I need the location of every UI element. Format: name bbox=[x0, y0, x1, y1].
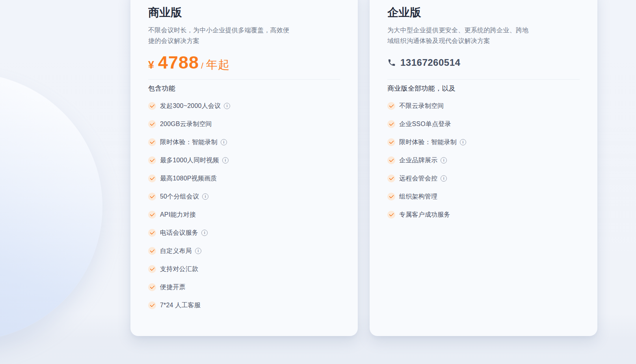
price-amount: 4788 bbox=[158, 52, 199, 73]
check-icon bbox=[387, 120, 395, 128]
plan-title: 企业版 bbox=[387, 6, 580, 19]
feature-label: 企业品牌展示 bbox=[399, 156, 437, 165]
info-icon[interactable] bbox=[460, 139, 466, 145]
decorative-blob bbox=[0, 73, 102, 341]
feature-item: 发起300~2000人会议 bbox=[148, 102, 340, 110]
check-icon bbox=[387, 156, 395, 164]
feature-item: 50个分组会议 bbox=[148, 193, 340, 201]
feature-item: 7*24 人工客服 bbox=[148, 301, 340, 309]
feature-label: 不限云录制空间 bbox=[399, 102, 444, 110]
check-icon bbox=[148, 156, 156, 164]
check-icon bbox=[148, 193, 156, 201]
plan-description-line: 域组织沟通体验及现代会议解决方案 bbox=[387, 35, 580, 46]
plan-title: 商业版 bbox=[148, 6, 340, 19]
info-icon[interactable] bbox=[441, 175, 447, 182]
feature-item: 限时体验：智能录制 bbox=[387, 138, 580, 146]
check-icon bbox=[387, 102, 395, 110]
feature-label: 便捷开票 bbox=[160, 283, 186, 292]
plan-price: ¥ 4788 / 年起 bbox=[148, 52, 230, 73]
price-unit: 年起 bbox=[206, 57, 230, 73]
feature-label: 发起300~2000人会议 bbox=[160, 102, 221, 110]
check-icon bbox=[148, 283, 156, 291]
feature-label: 企业SSO单点登录 bbox=[399, 120, 451, 128]
check-icon bbox=[148, 229, 156, 237]
feature-label: 远程会管会控 bbox=[399, 175, 437, 183]
feature-item: 电话会议服务 bbox=[148, 229, 340, 237]
feature-label: 最多1000人同时视频 bbox=[160, 156, 219, 165]
plan-description-line: 捷的会议解决方案 bbox=[148, 35, 340, 46]
plan-description-line: 为大中型企业提供更安全、更系统的跨企业、跨地 bbox=[387, 25, 580, 35]
feature-item: 组织架构管理 bbox=[387, 193, 580, 201]
info-icon[interactable] bbox=[202, 193, 208, 200]
pricing-card-business: 商业版 不限会议时长，为中小企业提供多端覆盖，高效便 捷的会议解决方案 ¥ 47… bbox=[130, 0, 358, 336]
feature-item: 支持对公汇款 bbox=[148, 265, 340, 273]
feature-item: 自定义布局 bbox=[148, 247, 340, 255]
feature-label: 电话会议服务 bbox=[160, 229, 198, 237]
check-icon bbox=[148, 138, 156, 146]
feature-item: 最高1080P视频画质 bbox=[148, 175, 340, 182]
feature-label: 限时体验：智能录制 bbox=[160, 138, 218, 147]
check-icon bbox=[148, 102, 156, 110]
divider bbox=[148, 79, 340, 80]
check-icon bbox=[148, 120, 156, 128]
check-icon bbox=[148, 175, 156, 182]
feature-label: 7*24 人工客服 bbox=[160, 301, 201, 310]
feature-label: 自定义布局 bbox=[160, 247, 192, 255]
feature-item: 专属客户成功服务 bbox=[387, 211, 580, 219]
plan-description: 为大中型企业提供更安全、更系统的跨企业、跨地 域组织沟通体验及现代会议解决方案 bbox=[387, 25, 580, 46]
check-icon bbox=[387, 193, 395, 201]
check-icon bbox=[148, 247, 156, 255]
feature-label: 支持对公汇款 bbox=[160, 265, 198, 273]
feature-item: 企业SSO单点登录 bbox=[387, 120, 580, 128]
feature-item: 限时体验：智能录制 bbox=[148, 138, 340, 146]
phone-icon bbox=[387, 58, 396, 67]
plan-description: 不限会议时长，为中小企业提供多端覆盖，高效便 捷的会议解决方案 bbox=[148, 25, 340, 46]
price-currency: ¥ bbox=[148, 59, 154, 71]
feature-label: 最高1080P视频画质 bbox=[160, 175, 217, 183]
check-icon bbox=[148, 265, 156, 273]
price-separator: / bbox=[201, 61, 203, 71]
feature-label: 组织架构管理 bbox=[399, 193, 437, 201]
feature-list: 不限云录制空间 企业SSO单点登录 限时体验：智能录制 企业品牌展示 远程会管会… bbox=[387, 102, 580, 219]
contact-phone[interactable]: 13167260514 bbox=[387, 57, 460, 68]
feature-item: 企业品牌展示 bbox=[387, 156, 580, 164]
info-icon[interactable] bbox=[222, 157, 229, 163]
feature-item: API能力对接 bbox=[148, 211, 340, 219]
pricing-card-enterprise: 企业版 为大中型企业提供更安全、更系统的跨企业、跨地 域组织沟通体验及现代会议解… bbox=[370, 0, 597, 336]
feature-item: 便捷开票 bbox=[148, 283, 340, 291]
feature-label: API能力对接 bbox=[160, 211, 196, 219]
feature-list: 发起300~2000人会议 200GB云录制空间 限时体验：智能录制 最多100… bbox=[148, 102, 340, 309]
info-icon[interactable] bbox=[441, 157, 447, 163]
features-heading: 商业版全部功能，以及 bbox=[387, 84, 580, 93]
check-icon bbox=[387, 175, 395, 182]
check-icon bbox=[387, 138, 395, 146]
divider bbox=[387, 79, 580, 80]
feature-label: 专属客户成功服务 bbox=[399, 211, 450, 219]
phone-number[interactable]: 13167260514 bbox=[400, 57, 460, 68]
check-icon bbox=[148, 301, 156, 309]
feature-label: 限时体验：智能录制 bbox=[399, 138, 457, 147]
feature-label: 200GB云录制空间 bbox=[160, 120, 212, 128]
feature-item: 远程会管会控 bbox=[387, 175, 580, 182]
feature-label: 50个分组会议 bbox=[160, 193, 199, 201]
feature-item: 最多1000人同时视频 bbox=[148, 156, 340, 164]
feature-item: 不限云录制空间 bbox=[387, 102, 580, 110]
info-icon[interactable] bbox=[221, 139, 227, 145]
feature-item: 200GB云录制空间 bbox=[148, 120, 340, 128]
check-icon bbox=[148, 211, 156, 219]
features-heading: 包含功能 bbox=[148, 84, 340, 93]
info-icon[interactable] bbox=[195, 248, 201, 254]
info-icon[interactable] bbox=[224, 103, 230, 109]
plan-description-line: 不限会议时长，为中小企业提供多端覆盖，高效便 bbox=[148, 25, 340, 35]
check-icon bbox=[387, 211, 395, 219]
info-icon[interactable] bbox=[201, 230, 208, 236]
